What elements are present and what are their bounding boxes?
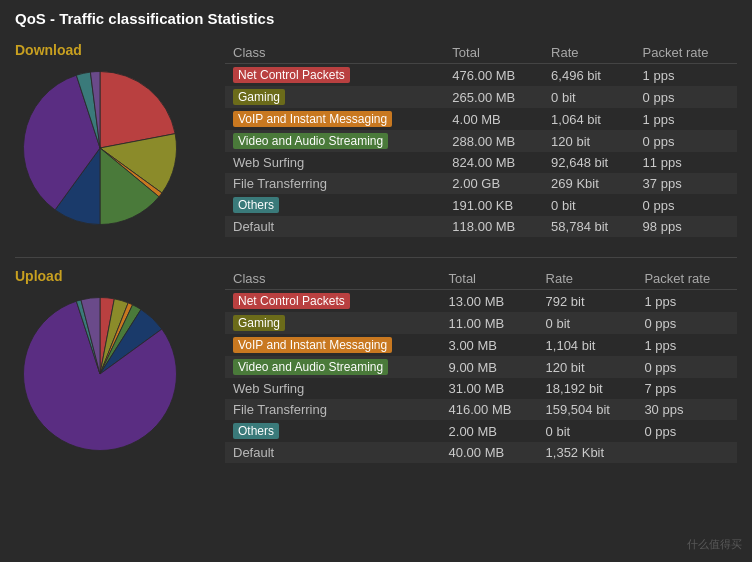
table-row: Others2.00 MB0 bit0 pps (225, 420, 737, 442)
download-col-rate: Rate (543, 42, 635, 64)
total-cell: 265.00 MB (444, 86, 543, 108)
rate-cell: 269 Kbit (543, 173, 635, 194)
rate-cell: 92,648 bit (543, 152, 635, 173)
upload-col-packet: Packet rate (636, 268, 737, 290)
rate-cell: 792 bit (538, 290, 637, 313)
class-label: Net Control Packets (233, 67, 350, 83)
packet-rate-cell: 1 pps (635, 108, 737, 130)
packet-rate-cell: 0 pps (635, 130, 737, 152)
class-label: Video and Audio Streaming (233, 359, 388, 375)
table-row: Video and Audio Streaming9.00 MB120 bit0… (225, 356, 737, 378)
total-cell: 4.00 MB (444, 108, 543, 130)
rate-cell: 1,064 bit (543, 108, 635, 130)
upload-pie-chart (15, 289, 185, 459)
table-row: File Transferring2.00 GB269 Kbit37 pps (225, 173, 737, 194)
class-cell: Net Control Packets (225, 64, 444, 87)
total-cell: 2.00 MB (441, 420, 538, 442)
download-table: Class Total Rate Packet rate Net Control… (225, 42, 737, 237)
download-col-total: Total (444, 42, 543, 64)
watermark: 什么值得买 (687, 537, 742, 552)
packet-rate-cell: 1 pps (636, 290, 737, 313)
rate-cell: 1,352 Kbit (538, 442, 637, 463)
class-label: VoIP and Instant Messaging (233, 337, 392, 353)
class-label: File Transferring (233, 176, 327, 191)
upload-col-total: Total (441, 268, 538, 290)
total-cell: 9.00 MB (441, 356, 538, 378)
class-label: Others (233, 197, 279, 213)
download-col-packet: Packet rate (635, 42, 737, 64)
rate-cell: 58,784 bit (543, 216, 635, 237)
packet-rate-cell: 98 pps (635, 216, 737, 237)
class-label: File Transferring (233, 402, 327, 417)
class-label: Web Surfing (233, 155, 304, 170)
total-cell: 191.00 KB (444, 194, 543, 216)
total-cell: 31.00 MB (441, 378, 538, 399)
upload-col-class: Class (225, 268, 441, 290)
class-cell: Video and Audio Streaming (225, 356, 441, 378)
download-col-class: Class (225, 42, 444, 64)
class-cell: Gaming (225, 86, 444, 108)
class-label: Others (233, 423, 279, 439)
packet-rate-cell: 0 pps (636, 312, 737, 334)
download-label: Download (15, 42, 82, 58)
packet-rate-cell: 7 pps (636, 378, 737, 399)
class-label: Default (233, 219, 274, 234)
total-cell: 824.00 MB (444, 152, 543, 173)
download-chart-area: Download (15, 42, 215, 233)
table-row: Default40.00 MB1,352 Kbit (225, 442, 737, 463)
class-label: Gaming (233, 89, 285, 105)
rate-cell: 120 bit (538, 356, 637, 378)
class-cell: VoIP and Instant Messaging (225, 108, 444, 130)
class-cell: Video and Audio Streaming (225, 130, 444, 152)
class-label: VoIP and Instant Messaging (233, 111, 392, 127)
table-row: Net Control Packets13.00 MB792 bit1 pps (225, 290, 737, 313)
upload-section: Upload Class Total Rate Packet rate Net … (15, 268, 737, 463)
table-row: Gaming265.00 MB0 bit0 pps (225, 86, 737, 108)
rate-cell: 0 bit (538, 420, 637, 442)
packet-rate-cell: 0 pps (635, 194, 737, 216)
rate-cell: 120 bit (543, 130, 635, 152)
rate-cell: 0 bit (543, 86, 635, 108)
upload-label: Upload (15, 268, 62, 284)
packet-rate-cell (636, 442, 737, 463)
table-row: Net Control Packets476.00 MB6,496 bit1 p… (225, 64, 737, 87)
class-label: Default (233, 445, 274, 460)
class-label: Net Control Packets (233, 293, 350, 309)
total-cell: 11.00 MB (441, 312, 538, 334)
rate-cell: 0 bit (543, 194, 635, 216)
total-cell: 476.00 MB (444, 64, 543, 87)
class-cell: Default (225, 216, 444, 237)
rate-cell: 1,104 bit (538, 334, 637, 356)
table-row: File Transferring416.00 MB159,504 bit30 … (225, 399, 737, 420)
total-cell: 288.00 MB (444, 130, 543, 152)
upload-table: Class Total Rate Packet rate Net Control… (225, 268, 737, 463)
packet-rate-cell: 37 pps (635, 173, 737, 194)
download-table-area: Class Total Rate Packet rate Net Control… (225, 42, 737, 237)
table-row: VoIP and Instant Messaging3.00 MB1,104 b… (225, 334, 737, 356)
class-label: Video and Audio Streaming (233, 133, 388, 149)
packet-rate-cell: 0 pps (636, 420, 737, 442)
rate-cell: 159,504 bit (538, 399, 637, 420)
upload-col-rate: Rate (538, 268, 637, 290)
rate-cell: 18,192 bit (538, 378, 637, 399)
total-cell: 13.00 MB (441, 290, 538, 313)
table-row: Others191.00 KB0 bit0 pps (225, 194, 737, 216)
packet-rate-cell: 0 pps (635, 86, 737, 108)
class-cell: Web Surfing (225, 152, 444, 173)
total-cell: 2.00 GB (444, 173, 543, 194)
table-row: Web Surfing31.00 MB18,192 bit7 pps (225, 378, 737, 399)
table-row: Web Surfing824.00 MB92,648 bit11 pps (225, 152, 737, 173)
upload-chart-area: Upload (15, 268, 215, 459)
class-cell: Net Control Packets (225, 290, 441, 313)
total-cell: 3.00 MB (441, 334, 538, 356)
total-cell: 40.00 MB (441, 442, 538, 463)
page-title: QoS - Traffic classification Statistics (15, 10, 737, 27)
class-label: Web Surfing (233, 381, 304, 396)
total-cell: 118.00 MB (444, 216, 543, 237)
packet-rate-cell: 30 pps (636, 399, 737, 420)
class-label: Gaming (233, 315, 285, 331)
download-pie-chart (15, 63, 185, 233)
class-cell: VoIP and Instant Messaging (225, 334, 441, 356)
class-cell: Others (225, 420, 441, 442)
table-row: VoIP and Instant Messaging4.00 MB1,064 b… (225, 108, 737, 130)
